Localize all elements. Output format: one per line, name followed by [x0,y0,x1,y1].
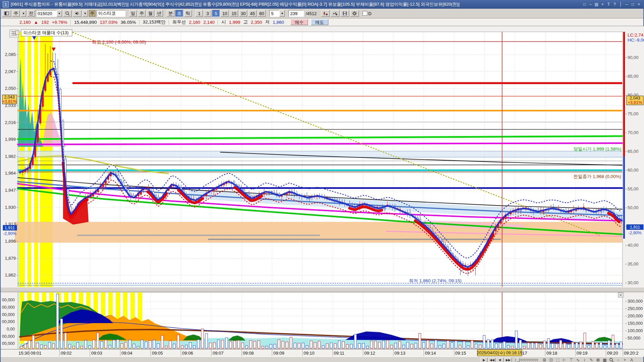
svg-text:LC:2,74: LC:2,74 [628,33,644,38]
sound-button[interactable] [73,10,82,17]
svg-text:1,999: 1,999 [5,137,16,142]
interval-3-button[interactable]: 3 [204,10,211,17]
period-week-button[interactable]: 주 [138,10,146,17]
svg-text:-2,90%: -2,90% [3,231,16,236]
svg-text:2,043: 2,043 [630,96,640,101]
lineadd-icon [332,11,338,16]
stock-code-input-dropdown[interactable]: ▼ [57,10,62,17]
zoom-out-icon[interactable]: − [615,357,621,362]
svg-text:최고 2,100 (-9,00%, 09:00): 최고 2,100 (-9,00%, 09:00) [92,40,146,45]
period-year-button[interactable]: 년 [155,10,163,17]
minimize-icon[interactable]: ─ [588,2,593,7]
stock-name-field[interactable]: 이스타코 [97,10,125,17]
rewind-button[interactable]: ◀◀ [488,358,496,362]
stop-button[interactable]: ■ [496,358,504,362]
field-separator [218,20,218,25]
period-tick-button[interactable]: 틱 [184,10,192,17]
line-scale-icon[interactable]: ∿ [575,357,581,362]
svg-text:1,964: 1,964 [5,171,16,176]
buy-button[interactable]: 매수 [290,19,308,25]
stock-quick-button[interactable]: 주 [12,10,20,17]
auto-scale-icon[interactable]: A [629,357,635,362]
svg-text:2025/04/02(수) 09:16:15: 2025/04/02(수) 09:16:15 [477,351,523,355]
chart-area[interactable]: 2,0852,0672,0502,0332,0161,9991,9821,964… [1,26,643,357]
top-axis-icon[interactable]: ⊤ [568,357,574,362]
svg-text:50,00: 50,00 [628,205,639,210]
stock-type-badge: 주 [89,10,96,17]
replay-speed-slider[interactable] [515,358,538,362]
line-scale2-icon[interactable]: ≀ [582,357,588,362]
svg-text:+3,81%: +3,81% [2,99,17,104]
help-icon[interactable]: ? [612,2,617,7]
field-separator [169,20,169,25]
restore2-icon[interactable]: □ [630,2,635,7]
visible-bars-input[interactable]: 239 [288,10,304,17]
field-separator [70,20,71,25]
svg-text:65,00: 65,00 [628,149,639,154]
stock-quick-dropdown[interactable]: ▼ [21,10,26,17]
export-chart-icon[interactable]: ⊠ [595,357,601,362]
zoom-step-select[interactable]: 5 [269,10,279,17]
interval-10-button[interactable]: 10 [221,10,229,17]
sound-dropdown[interactable]: ▼ [83,10,88,17]
titlebar: 1 [0601] 주식종합차트 - 유통비율[69.5] 거래대금[32,013… [1,0,643,9]
interval-45-button[interactable]: 45 [248,10,256,17]
main-chart[interactable]: 2,0852,0672,0502,0332,0161,9991,9821,964… [1,26,644,357]
interval-5-button[interactable]: 5 [212,10,220,17]
save-chart-button[interactable] [340,10,349,17]
image-copy-icon[interactable]: ▦ [602,357,608,362]
stock-code-input[interactable]: 015020 [36,10,57,17]
chart-panel-button[interactable] [2,10,11,17]
svg-text:1,879: 1,879 [5,256,16,261]
all-market-button[interactable]: 전 [27,10,35,17]
svg-text:1,896: 1,896 [5,239,16,244]
interval-30-button[interactable]: 30 [239,10,247,17]
period-second-button[interactable]: 초 [175,10,183,17]
stock-code-input: 015020▼ [36,10,62,17]
minimize2-icon[interactable]: ─ [624,2,629,7]
turnover-rate: 36.05% [121,20,136,25]
duplicate-icon[interactable]: ▤ [594,2,599,7]
price-summary-row: 2,160▲192+9.76%15,448,890137.03%36.05%32… [1,18,643,26]
chart-settings-button[interactable] [350,10,359,17]
forward-button[interactable]: ▶▶ [504,358,512,362]
d-checkbox-box[interactable] [363,11,367,16]
period-minute-button[interactable]: 분 [167,10,174,17]
svg-text:90,00: 90,00 [628,55,639,60]
svg-text:09:12: 09:12 [364,351,375,356]
pin-icon[interactable]: + [600,2,605,7]
copy-pane-icon[interactable]: ⊡ [548,357,554,362]
field-separator [139,20,140,25]
restore-icon[interactable]: □ [582,2,587,7]
svg-text:2,067: 2,067 [5,69,16,74]
search-button[interactable] [63,10,72,17]
svg-text:1,947: 1,947 [5,188,16,193]
svg-text:전일종가 1,968 (0,00%): 전일종가 1,968 (0,00%) [573,174,621,179]
text-tool-icon[interactable]: T [606,2,611,7]
zoom-in-icon[interactable]: + [622,357,628,362]
low-price: 1,860 [273,20,284,25]
add-pane-icon[interactable]: ⊞ [541,357,547,362]
svg-text:30,00: 30,00 [628,280,639,285]
sell-button[interactable]: 매도 [311,19,328,25]
svg-text:100,000: 100,000 [628,328,643,333]
d-checkbox[interactable]: D [363,11,371,16]
draw-tool-icon[interactable]: ✎ [588,357,594,362]
region-select-icon[interactable]: ⬚ [555,357,561,362]
speaker-icon [74,11,80,16]
svg-text:09:04: 09:04 [121,351,132,356]
svg-text:2,085: 2,085 [5,52,16,57]
interval-1-button[interactable]: 1 [196,10,203,17]
period-month-button[interactable]: 월 [147,10,154,17]
add-candle-button[interactable] [321,10,330,17]
zoom-step-select-dropdown[interactable]: ▼ [279,10,285,17]
interval-15-button[interactable]: 15 [230,10,238,17]
close-icon[interactable]: × [636,2,641,7]
add-line-button[interactable] [331,10,339,17]
period-day-button[interactable]: 일 [129,10,137,17]
play-button[interactable]: ▶ [480,358,488,362]
interval-60-button[interactable]: 60 [258,10,266,17]
zoom-tool-icon[interactable] [608,357,614,362]
left-axis-icon[interactable]: ⊢ [561,357,568,362]
svg-text:09:08: 09:08 [243,351,254,356]
